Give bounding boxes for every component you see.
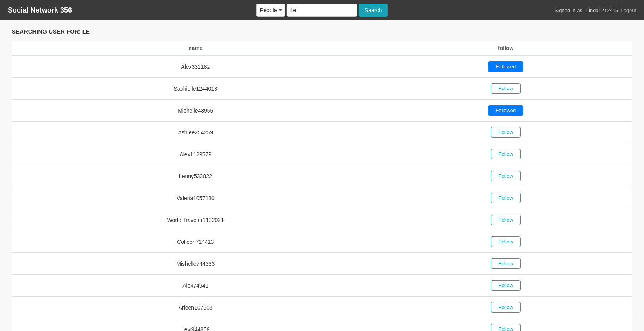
follow-button[interactable]: Follow [491, 215, 521, 225]
follow-button[interactable]: Follow [491, 193, 521, 203]
user-name-cell: Alex332182 [12, 55, 379, 78]
user-name-cell: Ashlee254259 [12, 122, 379, 143]
table-row: Colleen714413Follow [12, 231, 632, 253]
follow-cell: Follow [379, 143, 632, 165]
search-type-dropdown[interactable]: PeoplePosts [256, 4, 285, 17]
table-row: Mishelle744333Follow [12, 253, 632, 275]
follow-cell: Follow [379, 318, 632, 331]
follow-cell: Follow [379, 78, 632, 100]
logout-link[interactable]: Logout [621, 7, 636, 13]
followed-button[interactable]: Followed [488, 105, 523, 116]
table-row: Ashlee254259Follow [12, 122, 632, 143]
follow-cell: Follow [379, 231, 632, 253]
user-name-cell: Michelle43955 [12, 100, 379, 122]
user-name-cell: Lenny533822 [12, 165, 379, 187]
user-name-cell: World Traveler1132021 [12, 209, 379, 231]
table-row: Lenny533822Follow [12, 165, 632, 187]
follow-button[interactable]: Follow [491, 280, 521, 291]
follow-button[interactable]: Follow [491, 149, 521, 159]
search-button[interactable]: Search [359, 4, 388, 17]
table-row: Levi944859Follow [12, 318, 632, 331]
table-row: Sachielle1244018Follow [12, 78, 632, 100]
col-header-follow: follow [379, 41, 632, 55]
table-body: Alex332182FollowedSachielle1244018Follow… [12, 55, 632, 331]
user-name-cell: Valeria1057130 [12, 187, 379, 209]
follow-button[interactable]: Follow [491, 324, 521, 331]
search-input[interactable] [287, 4, 357, 17]
signed-in-text: Signed in as: [555, 7, 584, 13]
follow-button[interactable]: Follow [491, 171, 521, 181]
col-header-name: name [12, 41, 379, 55]
follow-button[interactable]: Follow [491, 236, 521, 247]
app-brand: Social Network 356 [8, 6, 72, 14]
user-name-cell: Levi944859 [12, 318, 379, 331]
table-row: Alex74941Follow [12, 275, 632, 297]
follow-cell: Follow [379, 165, 632, 187]
follow-button[interactable]: Follow [491, 302, 521, 313]
user-name-cell: Arleen107903 [12, 297, 379, 318]
table-row: Alex332182Followed [12, 55, 632, 78]
navbar-right: Signed in as: Linda1212415 Logout [555, 7, 636, 13]
navbar-search-area: PeoplePosts Search [256, 4, 388, 17]
table-header-row: name follow [12, 41, 632, 55]
table-row: Alex1129579Follow [12, 143, 632, 165]
follow-cell: Follow [379, 275, 632, 297]
table-row: World Traveler1132021Follow [12, 209, 632, 231]
follow-cell: Follow [379, 209, 632, 231]
follow-cell: Followed [379, 55, 632, 78]
followed-button[interactable]: Followed [488, 61, 523, 72]
signed-in-username: Linda1212415 [586, 7, 618, 13]
follow-cell: Follow [379, 297, 632, 318]
table-row: Valeria1057130Follow [12, 187, 632, 209]
navbar: Social Network 356 PeoplePosts Search Si… [0, 0, 644, 20]
main-content: SEARCHING USER FOR: LE name follow Alex3… [0, 20, 644, 331]
user-name-cell: Mishelle744333 [12, 253, 379, 275]
results-table: name follow Alex332182FollowedSachielle1… [12, 41, 632, 331]
table-row: Michelle43955Followed [12, 100, 632, 122]
follow-cell: Follow [379, 187, 632, 209]
search-heading: SEARCHING USER FOR: LE [12, 28, 632, 35]
follow-cell: Follow [379, 122, 632, 143]
user-name-cell: Alex74941 [12, 275, 379, 297]
follow-button[interactable]: Follow [491, 83, 521, 94]
user-name-cell: Colleen714413 [12, 231, 379, 253]
follow-cell: Follow [379, 253, 632, 275]
user-name-cell: Sachielle1244018 [12, 78, 379, 100]
user-name-cell: Alex1129579 [12, 143, 379, 165]
follow-button[interactable]: Follow [491, 127, 521, 138]
follow-cell: Followed [379, 100, 632, 122]
follow-button[interactable]: Follow [491, 258, 521, 269]
table-row: Arleen107903Follow [12, 297, 632, 318]
